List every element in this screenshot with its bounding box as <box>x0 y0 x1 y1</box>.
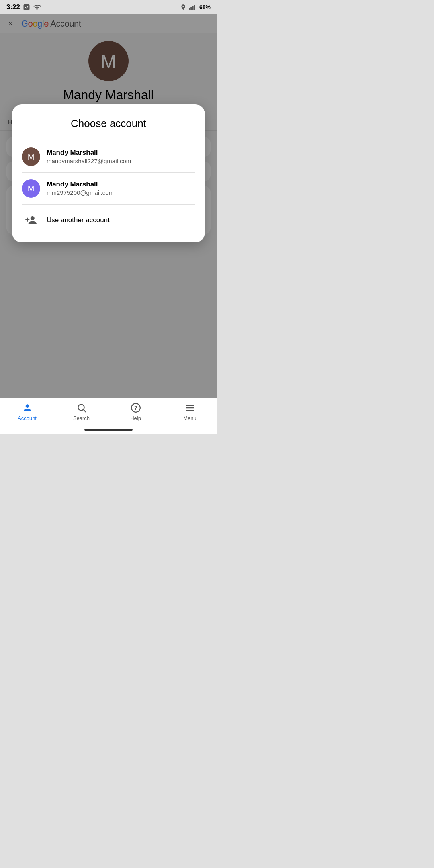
svg-rect-4 <box>194 5 195 10</box>
svg-rect-2 <box>190 7 192 10</box>
svg-rect-17 <box>186 410 194 411</box>
svg-text:?: ? <box>134 405 137 411</box>
help-nav-icon: ? <box>130 402 141 414</box>
nav-item-search[interactable]: Search <box>54 402 108 421</box>
account-info-1: Mandy Marshall mandymarshall227@gmail.co… <box>47 148 131 165</box>
account-info-2: Mandy Marshall mm2975200@gmail.com <box>47 180 114 197</box>
svg-point-10 <box>25 404 29 408</box>
home-indicator <box>84 429 133 431</box>
nav-item-help[interactable]: ? Help <box>108 402 163 421</box>
account-nav-icon <box>22 402 33 414</box>
account-avatar-1: M <box>22 147 40 166</box>
account-item-2[interactable]: M Mandy Marshall mm2975200@gmail.com <box>12 173 205 204</box>
signal-icon <box>189 4 197 10</box>
svg-rect-3 <box>192 6 193 10</box>
account-avatar-2: M <box>22 179 40 198</box>
nav-label-help: Help <box>130 415 141 421</box>
status-left: 3:22 <box>6 3 41 11</box>
svg-rect-15 <box>186 405 194 406</box>
svg-rect-1 <box>189 8 190 10</box>
add-account-label: Use another account <box>47 216 110 224</box>
nav-label-account: Account <box>18 415 37 421</box>
svg-line-12 <box>83 410 86 412</box>
svg-rect-16 <box>186 407 194 409</box>
add-account-icon <box>22 211 40 229</box>
account-item-1[interactable]: M Mandy Marshall mandymarshall227@gmail.… <box>12 141 205 172</box>
nav-item-menu[interactable]: Menu <box>163 402 217 421</box>
add-account-item[interactable]: Use another account <box>12 205 205 236</box>
notification-icon <box>23 3 31 11</box>
battery-level: 68% <box>199 4 211 10</box>
account-email-1: mandymarshall227@gmail.com <box>47 157 131 165</box>
menu-nav-icon <box>184 402 196 414</box>
svg-rect-0 <box>24 4 30 10</box>
choose-account-modal: Choose account M Mandy Marshall mandymar… <box>12 104 205 242</box>
account-name-2: Mandy Marshall <box>47 180 114 189</box>
search-nav-icon <box>76 402 87 414</box>
modal-title: Choose account <box>12 117 205 130</box>
status-right-icons: 68% <box>180 4 211 10</box>
wifi-icon <box>33 3 41 11</box>
status-time: 3:22 <box>6 3 20 11</box>
nav-label-search: Search <box>73 415 90 421</box>
nav-label-menu: Menu <box>183 415 197 421</box>
location-icon <box>180 4 186 10</box>
status-bar: 3:22 68% <box>0 0 217 14</box>
account-name-1: Mandy Marshall <box>47 148 131 157</box>
nav-item-account[interactable]: Account <box>0 402 54 421</box>
account-email-2: mm2975200@gmail.com <box>47 189 114 197</box>
